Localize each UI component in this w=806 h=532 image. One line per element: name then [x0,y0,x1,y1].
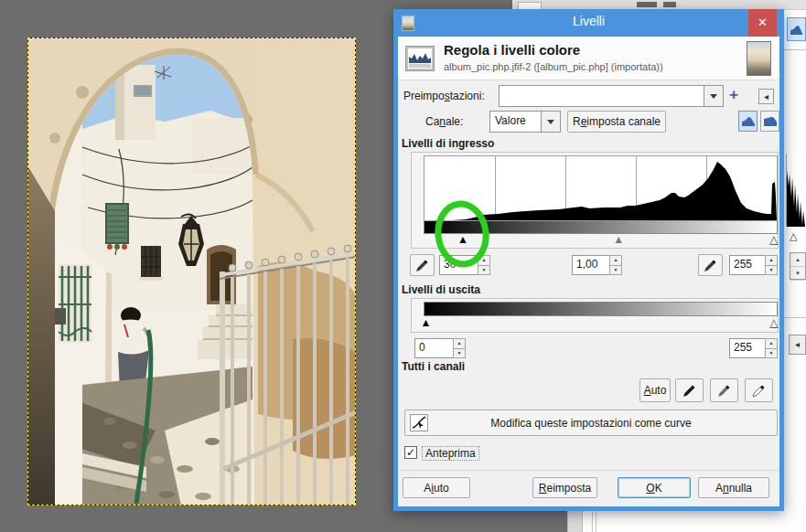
auto-white-picker-button[interactable] [745,378,773,402]
selection-marching-ants [27,37,356,505]
dialog-content: Regola i livelli colore album_pic.php.jf… [398,37,779,506]
output-white-slider[interactable]: △ [769,317,778,328]
preview-label[interactable]: Anteprima [422,446,479,461]
input-gamma-spinbox[interactable]: 1,00 ▲ ▼ [572,255,622,275]
channel-label: Canale: [425,115,463,128]
close-button[interactable]: ✕ [748,9,777,37]
linear-histogram-toggle[interactable] [738,111,758,132]
preview-checkbox[interactable]: ✓ [404,446,417,459]
image-thumbnail [747,41,771,76]
dialog-title: Livelli [393,14,784,28]
input-white-value[interactable]: 255 [729,255,765,275]
spin-up-icon[interactable]: ▲ [453,338,466,348]
presets-combobox[interactable] [499,85,724,107]
output-gradient-bar [424,302,778,316]
photo-canvas[interactable] [27,37,356,505]
tab-text-fragment [663,2,676,7]
output-white-value[interactable]: 255 [729,338,765,358]
auto-black-picker-button[interactable] [675,378,704,402]
divider [784,317,806,318]
spin-down-icon[interactable]: ▼ [478,265,490,276]
levels-dialog: Livelli ✕ Regola i livelli colore album_… [393,9,784,511]
header-subtitle: album_pic.php.jfif-2 ([album_pic.php] (i… [444,61,663,72]
curves-icon [410,414,428,431]
background-white-slider[interactable]: △ [790,230,797,242]
ok-button[interactable]: OK [618,477,691,498]
header-title: Regola i livelli colore [444,42,580,58]
auto-button[interactable]: Auto [639,378,671,402]
screen: △ ▲ ▼ ◂ Livelli ✕ Regola i livelli color… [0,0,806,532]
input-levels-frame: ▲ ▲ △ [411,152,779,249]
spin-down-icon[interactable]: ▼ [765,348,778,359]
pick-black-point-button[interactable] [410,254,435,276]
input-levels-label: Livelli di ingresso [402,137,494,150]
presets-label: Preimpostazioni: [403,90,485,102]
input-black-slider[interactable]: ▲ [457,234,468,245]
background-spinner[interactable]: ▲ ▼ [790,252,806,280]
output-black-value[interactable]: 0 [414,338,453,358]
log-histogram-toggle[interactable] [760,111,779,132]
spin-up-icon[interactable]: ▲ [765,255,778,265]
output-levels-label: Livelli di uscita [402,283,480,296]
output-white-spinbox[interactable]: 255 ▲ ▼ [729,338,778,358]
divider [398,470,779,471]
spin-down-icon[interactable]: ▼ [790,267,805,281]
reset-button[interactable]: Reimposta [532,477,597,498]
output-black-slider[interactable]: ▲ [421,317,432,328]
linear-histogram-icon [742,116,755,126]
output-slider-track[interactable]: ▲ △ [424,316,777,331]
edit-as-curves-button[interactable]: Modifica queste impostazioni come curve [404,410,778,436]
auto-gray-picker-button[interactable] [710,378,738,402]
spin-down-icon[interactable]: ▼ [765,265,778,276]
spin-up-icon[interactable]: ▲ [765,338,778,348]
spin-up-icon[interactable]: ▲ [478,255,490,265]
input-black-spinbox[interactable]: 30 ▲ ▼ [439,255,490,275]
eyedropper-icon [682,384,696,398]
add-preset-button[interactable]: + [725,87,742,103]
input-white-spinbox[interactable]: 255 ▲ ▼ [729,255,778,275]
edit-as-curves-label: Modifica queste impostazioni come curve [490,417,691,430]
chevron-down-icon[interactable] [541,111,561,133]
input-gamma-slider[interactable]: ▲ [613,234,624,245]
channel-value: Valore [489,111,541,133]
dialog-header: Regola i livelli colore album_pic.php.jf… [398,37,779,80]
background-histogram-fragment [786,154,806,227]
help-button[interactable]: Aiuto [403,477,470,498]
channel-dropdown[interactable]: Valore [489,111,561,133]
log-histogram-icon [764,116,777,126]
spin-up-icon[interactable]: ▲ [790,253,805,267]
pick-white-point-button[interactable] [698,254,723,276]
eyedropper-icon [717,384,731,398]
eyedropper-icon [752,384,766,398]
spin-up-icon[interactable]: ▲ [609,255,622,265]
spin-down-icon[interactable]: ▼ [453,348,466,359]
divider [784,49,806,50]
spin-down-icon[interactable]: ▼ [609,265,622,276]
preset-options-button[interactable]: ◂ [758,89,774,104]
output-black-spinbox[interactable]: 0 ▲ ▼ [414,338,466,358]
chevron-down-icon[interactable] [704,85,724,107]
presets-value [499,85,704,107]
reset-channel-button[interactable]: Reimposta canale [567,111,666,133]
dialog-titlebar[interactable]: Livelli ✕ [393,9,784,37]
input-white-slider[interactable]: △ [769,234,778,245]
input-slider-track[interactable]: ▲ ▲ △ [424,233,777,248]
levels-tool-icon [405,46,435,71]
histogram [424,155,778,221]
cancel-button[interactable]: Annulla [698,477,769,498]
eyedropper-icon [415,259,429,272]
input-black-value[interactable]: 30 [439,255,478,275]
background-back-button[interactable]: ◂ [789,335,806,355]
eyedropper-icon [704,259,717,272]
input-gamma-value[interactable]: 1,00 [572,255,609,275]
all-channels-label: Tutti i canali [402,360,465,373]
background-histogram-toggle[interactable] [787,17,806,41]
output-levels-frame: ▲ △ [411,298,779,333]
tab-text-fragment [637,2,657,7]
input-gradient-bar [424,221,778,234]
